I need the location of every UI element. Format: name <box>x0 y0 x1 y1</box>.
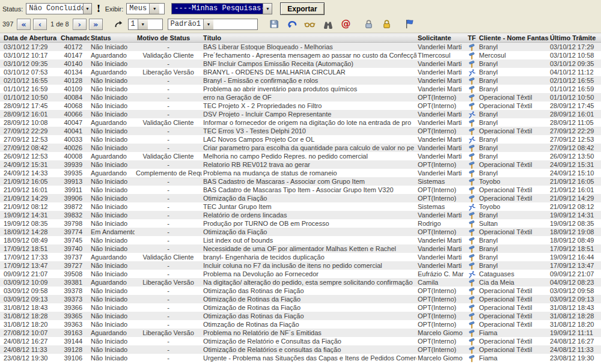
ultimo-tramite-cell: 31/08/12 18:43 <box>549 303 601 312</box>
tf-cell <box>466 102 478 110</box>
column-header-ultimo-tramite[interactable]: Último Trâmite <box>549 34 601 43</box>
table-row[interactable]: 18/09/12 08:49 39745 Não Iniciado - List… <box>0 236 601 244</box>
table-row[interactable]: 19/09/12 08:35 39798 Não Iniciado - Prod… <box>0 219 601 228</box>
cliente-cell: Fiama <box>478 329 549 337</box>
abertura-cell: 03/09/12 09:13 <box>0 295 59 303</box>
column-header-data-abertura[interactable]: Data de Abertura <box>0 34 59 43</box>
table-row[interactable]: 03/09/12 10:09 39381 Aguardando Liberaçã… <box>0 278 601 287</box>
table-row[interactable]: 21/09/12 16:01 39911 Não Iniciado - BAS … <box>0 186 601 194</box>
table-row[interactable]: 17/09/12 18:51 39740 Não Iniciado - Nece… <box>0 244 601 253</box>
table-row[interactable]: 03/09/12 09:58 39378 Não Iniciado - Otim… <box>0 287 601 295</box>
tf-cell <box>466 270 478 278</box>
table-row[interactable]: 24/08/12 16:27 39144 Não Iniciado - Otim… <box>0 337 601 345</box>
column-header-cliente[interactable]: Cliente - Nome Fantasia <box>478 34 549 43</box>
column-header-titulo[interactable]: Título <box>202 34 416 43</box>
table-row[interactable]: 31/08/12 18:43 39366 Não Iniciado - Otim… <box>0 303 601 312</box>
motivo-cell: - <box>135 270 202 278</box>
table-row[interactable]: 01/10/12 10:50 40084 Não Iniciado - erro… <box>0 93 601 102</box>
tf-cell <box>466 295 478 303</box>
chamado-cell: 39911 <box>59 186 90 194</box>
abertura-cell: 24/09/12 15:31 <box>0 160 59 169</box>
ultimo-tramite-cell: 01/10/12 10:50 <box>549 93 601 102</box>
table-row[interactable]: 03/10/12 17:29 40172 Não Iniciado - BAS … <box>0 43 601 52</box>
abertura-cell: 21/09/12 16:01 <box>0 186 59 194</box>
tf-cell <box>466 287 478 295</box>
first-page-button[interactable]: « <box>17 19 31 30</box>
table-row[interactable]: 23/08/12 19:30 39106 Não Iniciado - Urge… <box>0 354 601 362</box>
table-row[interactable]: 01/10/12 16:59 40109 Não Iniciado - Prob… <box>0 85 601 93</box>
status-cell: Não Iniciado <box>90 354 135 362</box>
table-row[interactable]: 27/09/12 08:42 40026 Não Iniciado - Cria… <box>0 144 601 152</box>
motivo-cell: - <box>135 127 202 135</box>
table-body: 03/10/12 17:29 40172 Não Iniciado - BAS … <box>0 43 601 363</box>
abertura-cell: 19/09/12 14:31 <box>0 211 59 219</box>
abertura-cell: 03/09/12 09:58 <box>0 287 59 295</box>
table-row[interactable]: 03/10/12 07:53 40134 Aguardando Liberaçã… <box>0 68 601 76</box>
at-icon[interactable]: @ <box>340 18 353 30</box>
ultimo-tramite-cell: 27/09/12 12:53 <box>549 135 601 144</box>
lock-gold-icon[interactable] <box>380 18 394 30</box>
cliente-cell: Branyl <box>478 211 549 219</box>
column-header-motivo[interactable]: Motivo de Status <box>135 34 202 43</box>
cliente-cell: Fiama <box>478 354 549 362</box>
abertura-cell: 24/08/12 16:27 <box>0 337 59 345</box>
lock-silver-icon[interactable] <box>362 18 376 30</box>
undo-icon[interactable] <box>285 18 299 30</box>
motivo-cell: Validação Cliente <box>135 118 202 127</box>
table-row[interactable]: 21/09/12 08:12 39872 Não Iniciado - TEC … <box>0 202 601 211</box>
hammer-icon <box>468 160 475 168</box>
table-row[interactable]: 03/09/12 09:13 39373 Não Iniciado - Otim… <box>0 295 601 303</box>
table-row[interactable]: 31/08/12 18:20 39363 Não Iniciado - Otim… <box>0 320 601 329</box>
tf-cell <box>466 51 478 59</box>
glasses-icon[interactable] <box>304 18 317 30</box>
table-row[interactable]: 28/09/12 17:45 40068 Não Iniciado - TEC … <box>0 102 601 110</box>
hammer-icon <box>468 127 475 134</box>
titulo-cell: Otimização de Rotinas da Fiação <box>202 295 416 303</box>
table-row[interactable]: 24/08/12 11:33 39128 Não Iniciado - Otim… <box>0 345 601 354</box>
table-row[interactable]: 19/09/12 14:31 39832 Não Iniciado - Rela… <box>0 211 601 219</box>
page-number-select[interactable]: 1 ▼ <box>128 19 163 30</box>
table-row[interactable]: 26/09/12 12:53 40008 Aguardando Validaçã… <box>0 152 601 160</box>
save-icon[interactable] <box>267 18 281 30</box>
status-label: Status: <box>2 5 23 13</box>
column-header-status[interactable]: Status <box>90 34 135 43</box>
solicitante-cell: Vanderlei Marti <box>416 43 466 52</box>
table-row[interactable]: 31/08/12 18:28 39365 Não Iniciado - Otim… <box>0 312 601 320</box>
table-row[interactable]: 21/09/12 14:29 39906 Não Iniciado - Otim… <box>0 194 601 202</box>
column-header-tf[interactable]: TF <box>466 34 478 43</box>
layout-select[interactable]: Padrão1 ▼ <box>168 19 258 30</box>
table-row[interactable]: 27/09/12 12:53 40033 Não Iniciado - LAC … <box>0 135 601 144</box>
tf-cell <box>466 345 478 354</box>
titulo-cell: Otimização da Fiação <box>202 228 416 236</box>
status-select[interactable]: Não Concluídos ▼ <box>26 3 92 14</box>
tf-cell <box>466 43 478 52</box>
table-row[interactable]: 03/10/12 10:17 40147 Aguardando Validaçã… <box>0 51 601 59</box>
table-row[interactable]: 27/09/12 22:29 40041 Não Iniciado - TEC … <box>0 127 601 135</box>
flag-icon[interactable] <box>403 18 416 30</box>
table-row[interactable]: 28/09/12 16:01 40066 Não Iniciado - DSV … <box>0 110 601 118</box>
table-row[interactable]: 17/09/12 17:33 39737 Aguardando Validaçã… <box>0 253 601 261</box>
next-page-button[interactable]: › <box>73 19 87 30</box>
table-row[interactable]: 02/10/12 16:55 40128 Não Iniciado - Bran… <box>0 76 601 85</box>
table-row[interactable]: 18/09/12 14:28 39774 Em Andamento - Otim… <box>0 228 601 236</box>
pesquisas-select[interactable]: ----Minhas Pesquisas---- ▼ <box>171 3 272 14</box>
goto-page-icon[interactable] <box>112 18 126 30</box>
table-row[interactable]: 24/09/12 14:33 39935 Aguardando Compleme… <box>0 169 601 177</box>
exibir-select[interactable]: Meus ▼ <box>126 3 165 14</box>
table-row[interactable]: 17/09/12 13:47 39727 Não Iniciado - Incl… <box>0 261 601 270</box>
motivo-cell: - <box>135 85 202 93</box>
table-row[interactable]: 21/09/12 16:05 39913 Não Iniciado - BAS … <box>0 177 601 186</box>
column-header-chamado[interactable]: Chamado <box>59 34 90 43</box>
table-row[interactable]: 09/09/12 21:07 39508 Não Iniciado - Prob… <box>0 270 601 278</box>
table-row[interactable]: 27/08/12 10:07 39163 Aguardando Liberaçã… <box>0 329 601 337</box>
exportar-button[interactable]: Exportar <box>280 2 324 15</box>
table-row[interactable]: 03/10/12 09:35 40140 Não Iniciado - BNF … <box>0 59 601 68</box>
table-row[interactable]: 24/09/12 15:31 39939 Não Iniciado - Rela… <box>0 160 601 169</box>
binoculars-icon[interactable] <box>322 18 335 30</box>
prev-page-button[interactable]: ‹ <box>33 19 47 30</box>
last-page-button[interactable]: » <box>89 19 103 30</box>
motivo-cell: - <box>135 295 202 303</box>
chamado-cell: 39939 <box>59 160 90 169</box>
column-header-solicitante[interactable]: Solicitante <box>416 34 466 43</box>
table-row[interactable]: 28/09/12 10:08 40047 Aguardando Validaçã… <box>0 118 601 127</box>
